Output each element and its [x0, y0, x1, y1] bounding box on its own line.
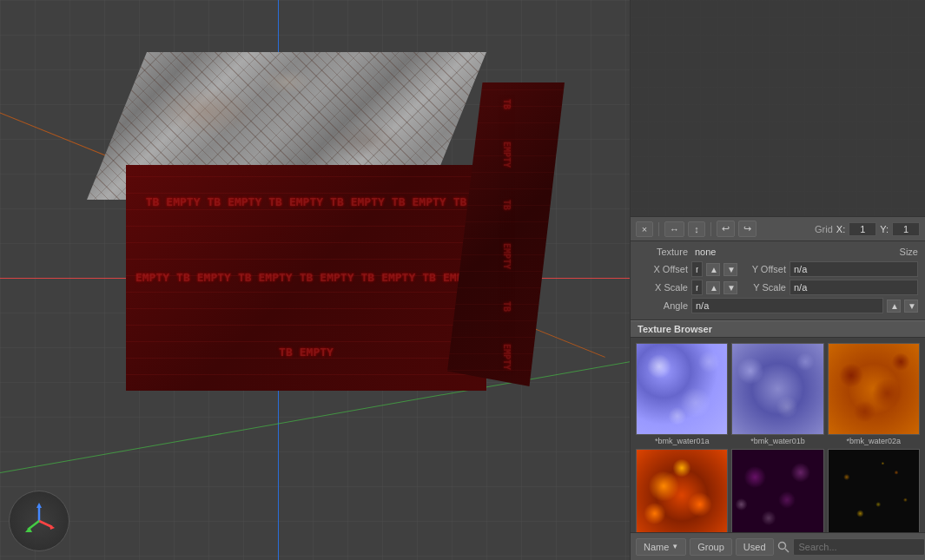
texture-item-water02a[interactable]: *bmk_water02a: [828, 343, 920, 445]
empty-text-10: EMPTY: [409, 192, 450, 214]
y-scale-group: Y Scale: [741, 280, 918, 295]
empty-text-24: EMPTY: [296, 342, 337, 364]
right-text-5: TB: [501, 301, 512, 312]
texture-thumb-water01b: [731, 343, 823, 435]
angle-down[interactable]: ▼: [904, 300, 918, 313]
right-text-6: EMPTY: [501, 344, 512, 370]
y-offset-group: Y Offset: [741, 261, 918, 277]
right-panel: × ↔ ↕ ↩ ↪ Grid X: Y: Texture none Size X…: [630, 0, 925, 560]
search-input[interactable]: [793, 538, 925, 556]
empty-text-1: TB: [142, 192, 163, 214]
texture-item-water01a[interactable]: *bmk_water01a: [636, 343, 728, 445]
x-scale-down[interactable]: ▼: [723, 281, 737, 294]
svg-marker-3: [50, 524, 55, 530]
texture-item-space[interactable]: *bmk_space01: [828, 449, 920, 532]
properties-section: Texture none Size X Offset ▲ ▼ Y Offset …: [631, 241, 925, 320]
empty-text-16: EMPTY: [255, 267, 296, 289]
y-offset-label: Y Offset: [741, 264, 786, 274]
close-button[interactable]: ×: [636, 221, 653, 237]
empty-text-14: EMPTY: [194, 267, 235, 289]
texture-item-water01b[interactable]: *bmk_water01b: [731, 343, 823, 445]
x-offset-up[interactable]: ▲: [706, 263, 720, 276]
x-scale-input[interactable]: [691, 280, 703, 295]
y-scale-label: Y Scale: [741, 282, 786, 293]
x-offset-row: X Offset ▲ ▼ Y Offset: [638, 261, 918, 277]
x-scale-up[interactable]: ▲: [706, 281, 720, 294]
x-offset-down[interactable]: ▼: [723, 263, 737, 276]
texture-thumb-water01a: [636, 343, 728, 435]
x-offset-label: X Offset: [638, 264, 688, 274]
grid-x-label: X:: [836, 224, 845, 234]
right-text-container: TB EMPTY TB EMPTY TB EMPTY: [447, 82, 565, 386]
texture-thumb-lava: [636, 449, 728, 532]
3d-viewport[interactable]: TB EMPTY TB EMPTY TB EMPTY TB EMPTY TB E…: [0, 0, 630, 560]
texture-label: Texture: [638, 247, 688, 257]
right-text-4: EMPTY: [501, 243, 512, 269]
texture-thumb-water02a: [828, 343, 920, 435]
name-filter-label: Name: [644, 542, 669, 552]
right-text-2: EMPTY: [501, 142, 512, 168]
empty-text-2: EMPTY: [162, 192, 203, 214]
empty-text-20: EMPTY: [378, 267, 419, 289]
angle-input[interactable]: [691, 298, 883, 313]
svg-marker-1: [36, 503, 42, 508]
texture-browser-header: Texture Browser: [631, 320, 925, 338]
box-front-face: TB EMPTY TB EMPTY TB EMPTY TB EMPTY TB E…: [126, 165, 486, 391]
arrows-button[interactable]: ↕: [688, 221, 705, 237]
texture-value: none: [691, 245, 896, 259]
angle-label: Angle: [638, 300, 688, 311]
empty-text-container: TB EMPTY TB EMPTY TB EMPTY TB EMPTY TB E…: [126, 165, 486, 391]
empty-text-4: EMPTY: [224, 192, 265, 214]
empty-text-12: EMPTY: [132, 267, 173, 289]
texture-name-water02a: *bmk_water02a: [847, 437, 902, 445]
angle-row: Angle ▲ ▼: [638, 298, 918, 313]
nav-gizmo[interactable]: [9, 491, 69, 551]
texture-thumb-space: [828, 449, 920, 532]
x-scale-label: X Scale: [638, 282, 688, 293]
grid-x-input[interactable]: [849, 222, 876, 236]
svg-point-6: [778, 542, 785, 549]
empty-text-18: EMPTY: [316, 267, 357, 289]
texture-name-water01a: *bmk_water01a: [655, 437, 710, 445]
separator-1: [658, 222, 659, 236]
right-text-1: TB: [501, 99, 512, 109]
used-filter-button[interactable]: Used: [736, 538, 774, 556]
texture-name-water01b: *bmk_water01b: [750, 437, 805, 445]
group-filter-button[interactable]: Group: [690, 538, 732, 556]
empty-text-5: TB: [265, 192, 286, 214]
undo-button[interactable]: ↩: [717, 221, 735, 237]
empty-text-9: TB: [388, 192, 409, 214]
texture-preview-area: [631, 0, 925, 217]
texture-row: Texture none Size: [638, 245, 918, 259]
empty-text-17: TB: [296, 267, 317, 289]
empty-text-15: TB: [235, 267, 255, 289]
box-right-face: TB EMPTY TB EMPTY TB EMPTY: [447, 82, 565, 386]
grid-label: Grid: [815, 224, 833, 234]
y-offset-input[interactable]: [790, 261, 918, 277]
texture-grid: *bmk_water01a *bmk_water01b *bmk_water02…: [636, 343, 920, 532]
svg-line-7: [785, 549, 789, 552]
empty-text-8: EMPTY: [347, 192, 388, 214]
y-scale-input[interactable]: [790, 280, 918, 295]
angle-up[interactable]: ▲: [887, 300, 901, 313]
unlink-button[interactable]: ↔: [664, 221, 684, 237]
search-icon: [777, 541, 790, 553]
empty-text-13: TB: [173, 267, 194, 289]
grid-y-input[interactable]: [892, 222, 920, 236]
x-offset-input[interactable]: [691, 261, 703, 277]
grid-y-label: Y:: [880, 224, 889, 234]
empty-text-21: TB: [419, 267, 439, 289]
texture-browser[interactable]: *bmk_water01a *bmk_water01b *bmk_water02…: [631, 338, 925, 532]
separator-2: [710, 222, 711, 236]
group-filter-label: Group: [697, 542, 724, 552]
redo-button[interactable]: ↪: [738, 221, 757, 237]
nav-gizmo-svg: [17, 499, 61, 543]
texture-item-lava[interactable]: *bmk_lava01: [636, 449, 728, 532]
name-filter-button[interactable]: Name ▼: [636, 538, 686, 556]
empty-text-19: TB: [357, 267, 378, 289]
texture-item-dark-spots[interactable]: *bmk_dark01: [731, 449, 823, 532]
size-label: Size: [900, 247, 918, 257]
right-text-3: TB: [501, 200, 512, 210]
empty-text-7: TB: [327, 192, 347, 214]
filter-bar: Name ▼ Group Used: [631, 532, 925, 560]
